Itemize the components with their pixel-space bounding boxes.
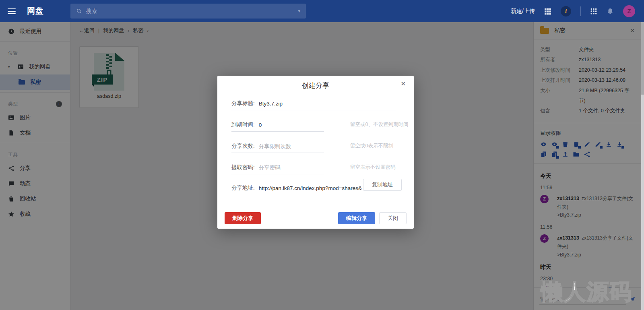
search-icon xyxy=(76,8,82,14)
app-window: 网盘 ▾ 新建/上传 i Z 最近使用 位置 ▾ 我的网盘 xyxy=(0,0,644,310)
expire-time-label: 到期时间: xyxy=(231,121,255,128)
header-divider xyxy=(580,6,581,16)
share-title-row: 分享标题: xyxy=(231,98,400,109)
dialog-title: 创建分享 xyxy=(217,81,414,90)
password-label: 提取密码: xyxy=(231,164,255,171)
user-avatar[interactable]: Z xyxy=(623,5,635,17)
top-navbar: 网盘 ▾ 新建/上传 i Z xyxy=(0,0,644,22)
new-upload-button[interactable]: 新建/上传 xyxy=(511,8,535,15)
scrollbar-thumb[interactable] xyxy=(641,22,644,95)
input-underline xyxy=(231,153,324,153)
watermark: 懒人源码 xyxy=(541,277,633,307)
share-count-hint: 留空或0表示不限制 xyxy=(350,143,393,149)
share-title-input[interactable] xyxy=(259,101,380,107)
apps-grid-icon[interactable] xyxy=(590,8,597,15)
password-hint: 留空表示不设置密码 xyxy=(350,164,396,171)
input-underline xyxy=(231,110,396,110)
info-icon[interactable]: i xyxy=(561,6,571,17)
share-url-label: 分享地址: xyxy=(231,184,255,192)
app-logo: 网盘 xyxy=(27,6,44,17)
view-grid-icon[interactable] xyxy=(544,8,551,15)
notifications-bell-icon[interactable] xyxy=(607,8,614,15)
search-input[interactable] xyxy=(86,8,298,14)
create-share-dialog: 创建分享 ✕ 分享标题: 到期时间: 留空或0、不设置到期时间 分享次数: 留空… xyxy=(217,76,414,229)
input-underline xyxy=(231,131,324,132)
page-scrollbar[interactable] xyxy=(641,22,644,310)
close-dialog-icon[interactable]: ✕ xyxy=(400,80,406,87)
delete-share-button[interactable]: 删除分享 xyxy=(225,212,261,224)
share-title-label: 分享标题: xyxy=(231,100,255,107)
menu-icon[interactable] xyxy=(8,7,16,16)
copy-url-button[interactable]: 复制地址 xyxy=(363,179,402,191)
close-dialog-button[interactable]: 关闭 xyxy=(379,212,407,224)
input-underline xyxy=(231,195,361,195)
share-count-label: 分享次数: xyxy=(231,143,255,150)
expire-time-hint: 留空或0、不设置到期时间 xyxy=(350,121,408,128)
input-underline xyxy=(231,174,324,174)
edit-share-button[interactable]: 编辑分享 xyxy=(338,212,375,224)
search-bar[interactable]: ▾ xyxy=(70,4,306,19)
search-options-caret-icon[interactable]: ▾ xyxy=(298,8,300,14)
